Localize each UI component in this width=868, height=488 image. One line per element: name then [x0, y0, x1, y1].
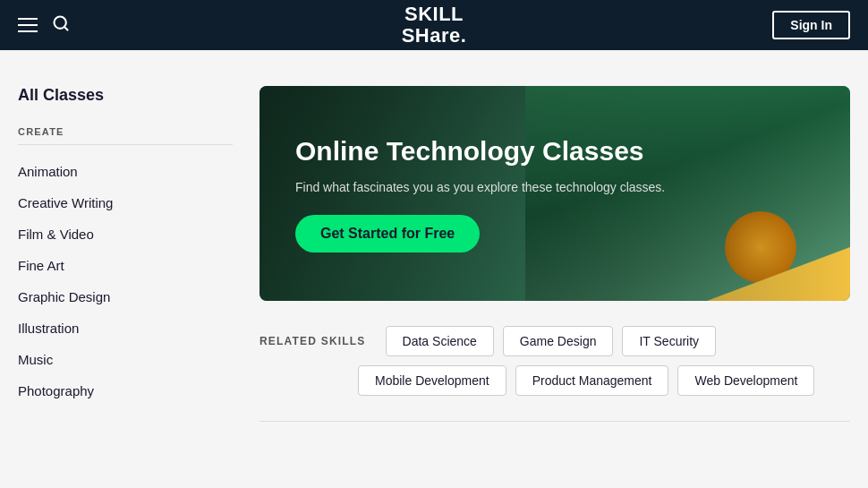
svg-line-1 — [64, 26, 68, 30]
all-classes-link[interactable]: All Classes — [18, 86, 233, 105]
sidebar-item-film-video[interactable]: Film & Video — [18, 218, 233, 250]
sidebar: All Classes CREATE Animation Creative Wr… — [18, 86, 233, 422]
cta-button[interactable]: Get Started for Free — [295, 215, 480, 253]
sidebar-item-illustration[interactable]: Illustration — [18, 312, 233, 344]
hero-subtitle: Find what fascinates you as you explore … — [295, 178, 665, 197]
hero-title: Online Technology Classes — [295, 135, 665, 167]
skill-chip-mobile-dev[interactable]: Mobile Development — [358, 365, 506, 396]
sidebar-item-creative-writing[interactable]: Creative Writing — [18, 187, 233, 218]
related-skills-section: RELATED SKILLS Data Science Game Design … — [260, 326, 850, 396]
header-right: Sign In — [772, 11, 850, 39]
related-skills-label: RELATED SKILLS — [260, 335, 366, 347]
skill-chip-game-design[interactable]: Game Design — [503, 326, 614, 356]
skill-chip-data-science[interactable]: Data Science — [386, 326, 494, 356]
sidebar-item-animation[interactable]: Animation — [18, 156, 233, 187]
header: SKILL SHare. Sign In — [0, 0, 868, 50]
sidebar-create-label: CREATE — [18, 126, 233, 145]
search-icon[interactable] — [52, 14, 70, 37]
sidebar-item-music[interactable]: Music — [18, 344, 233, 375]
main-content: All Classes CREATE Animation Creative Wr… — [0, 50, 868, 440]
sidebar-item-photography[interactable]: Photography — [18, 375, 233, 407]
sidebar-item-graphic-design[interactable]: Graphic Design — [18, 281, 233, 312]
skill-chip-web-dev[interactable]: Web Development — [677, 365, 814, 396]
skill-chip-it-security[interactable]: IT Security — [622, 326, 716, 356]
menu-icon[interactable] — [18, 18, 38, 32]
skill-chip-product-mgmt[interactable]: Product Management — [515, 365, 669, 396]
sign-in-button[interactable]: Sign In — [772, 11, 850, 39]
hero-banner: Online Technology Classes Find what fasc… — [260, 86, 850, 301]
sidebar-item-fine-art[interactable]: Fine Art — [18, 250, 233, 281]
content-area: Online Technology Classes Find what fasc… — [260, 86, 850, 422]
divider — [260, 421, 850, 422]
header-left — [18, 14, 70, 37]
skills-first-row: RELATED SKILLS Data Science Game Design … — [260, 326, 850, 356]
skills-second-row: Mobile Development Product Management We… — [260, 365, 850, 396]
hero-content: Online Technology Classes Find what fasc… — [295, 135, 665, 253]
logo[interactable]: SKILL SHare. — [402, 4, 467, 47]
